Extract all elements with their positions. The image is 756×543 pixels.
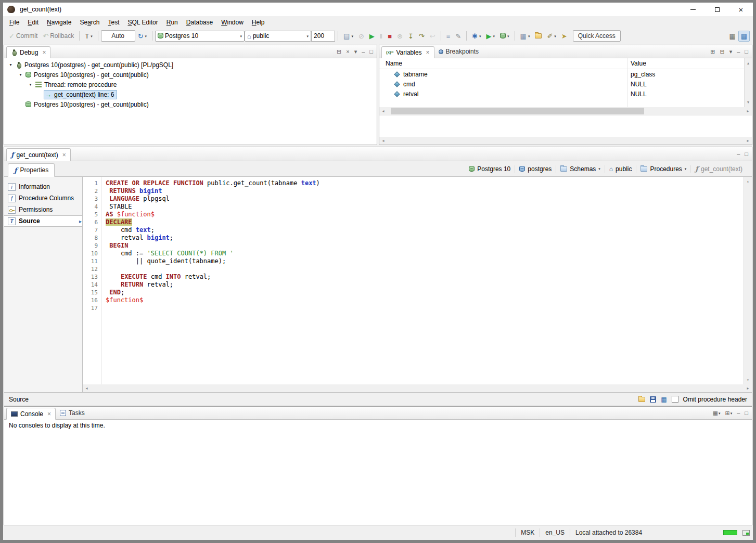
disconnect-button[interactable]: ⊗ — [394, 31, 405, 42]
scroll-down-icon[interactable]: ▾ — [744, 376, 752, 384]
scroll-left-icon[interactable]: ◂ — [379, 107, 387, 115]
menu-navigate[interactable]: Navigate — [43, 18, 75, 27]
scroll-track[interactable] — [387, 137, 744, 145]
scroll-up-icon[interactable]: ▴ — [744, 177, 752, 185]
menu-help[interactable]: Help — [248, 18, 269, 27]
minimize-button[interactable] — [681, 3, 705, 16]
debug-tree-item[interactable]: ▾Postgres 10(postgres) - get_count(publi… — [4, 70, 377, 80]
view-menu-button[interactable]: ▾ — [729, 49, 733, 55]
tab-variables[interactable]: (x)= Variables × — [381, 46, 434, 58]
variable-row[interactable]: tabnamepg_class — [379, 69, 752, 79]
new-sql-editor-button[interactable]: ▦▾ — [518, 31, 533, 42]
breadcrumb-item-postgres[interactable]: postgres — [515, 165, 556, 173]
collapse-all-button[interactable]: ⊟ — [720, 49, 724, 55]
resume-button[interactable]: ▶ — [367, 31, 377, 42]
next-marker-button[interactable]: ➤ — [559, 31, 570, 42]
tab-console[interactable]: Console × — [6, 408, 56, 420]
step-over-button[interactable]: ↷ — [416, 31, 427, 42]
remove-terminated-button[interactable]: × — [346, 49, 349, 55]
maximize-button[interactable]: □ — [745, 410, 748, 416]
sidebar-item-information[interactable]: iInformation — [4, 181, 82, 192]
close-icon[interactable]: × — [42, 49, 46, 56]
menu-file[interactable]: File — [5, 18, 23, 27]
tab-properties[interactable]: ƒ Properties — [8, 163, 55, 177]
tab-debug[interactable]: Debug × — [6, 46, 50, 58]
sidebar-item-source[interactable]: TSource▸ — [4, 215, 82, 227]
step-into-button[interactable]: ↧ — [405, 31, 416, 42]
scroll-track[interactable] — [91, 384, 744, 392]
show-execution-point-button[interactable]: ≡ — [444, 31, 453, 42]
scroll-left-icon[interactable]: ◂ — [83, 384, 91, 392]
debug-tree-item[interactable]: ▾Thread: remote procedure — [4, 80, 377, 89]
grant-permissions-button[interactable]: ▾ — [497, 31, 512, 41]
open-file-icon[interactable] — [638, 397, 645, 402]
maximize-button[interactable] — [705, 3, 729, 16]
collapse-all-button[interactable]: ⊟ — [337, 49, 341, 55]
commit-button[interactable]: ✓Commit — [6, 30, 40, 42]
column-header-value[interactable]: Value — [627, 58, 752, 69]
database-select[interactable]: Postgres 10▾ — [155, 31, 245, 42]
code-editor[interactable]: CREATE OR REPLACE FUNCTION public.get_co… — [102, 177, 744, 384]
menu-database[interactable]: Database — [182, 18, 217, 27]
scroll-right-icon[interactable]: ▸ — [744, 384, 752, 392]
column-header-name[interactable]: Name — [379, 58, 627, 69]
debug-tree-item[interactable]: ▾Postgres 10(postgres) - get_count(publi… — [4, 60, 377, 70]
close-icon[interactable]: × — [426, 49, 430, 56]
menu-sql-editor[interactable]: SQL Editor — [124, 18, 162, 27]
minimize-button[interactable]: – — [737, 410, 740, 416]
tab-editor-get-count-text[interactable]: ƒ get_count(text) × — [6, 148, 71, 161]
variable-row[interactable]: cmdNULL — [379, 79, 752, 89]
debug-perspective-button[interactable]: ▦ — [738, 31, 750, 42]
breadcrumb-item-postgres-10[interactable]: Postgres 10 — [465, 165, 515, 173]
sql-templates-button[interactable]: ✐▾ — [544, 31, 558, 42]
maximize-button[interactable]: □ — [369, 49, 373, 55]
breadcrumb-item-public[interactable]: ⌂public — [605, 165, 636, 173]
tab-breakpoints[interactable]: Breakpoints — [434, 45, 483, 58]
scroll-right-icon[interactable]: ▸ — [744, 107, 752, 115]
maximize-button[interactable]: □ — [745, 151, 748, 157]
save-icon[interactable] — [650, 396, 656, 403]
display-console-button[interactable]: ▦▾ — [713, 410, 721, 416]
menu-edit[interactable]: Edit — [23, 18, 43, 27]
expander-icon[interactable]: ▾ — [17, 72, 24, 77]
sql-console-button[interactable]: ▤▾ — [341, 31, 356, 42]
step-return-button[interactable]: ↩ — [427, 31, 438, 42]
minimize-button[interactable]: – — [362, 49, 365, 55]
debug-configurations-button[interactable]: ✱▾ — [469, 31, 483, 42]
transaction-mode-button[interactable]: T▾ — [82, 31, 95, 42]
omit-header-checkbox[interactable] — [672, 396, 678, 403]
debug-tree-item[interactable]: →get_count(text) line: 6 — [4, 89, 377, 99]
line-numbers[interactable]: 1234567891011121314151617 — [83, 177, 102, 384]
rollback-button[interactable]: ↶Rollback — [40, 30, 76, 42]
open-perspective-button[interactable]: ▦ — [726, 31, 738, 42]
scroll-up-icon[interactable]: ▴ — [745, 59, 752, 67]
pause-button[interactable]: ‖ — [377, 31, 385, 42]
close-icon[interactable]: × — [62, 152, 66, 158]
schema-select[interactable]: ⌂public▾ — [245, 31, 311, 42]
scroll-down-icon[interactable]: ▾ — [745, 98, 752, 106]
debug-tree-item[interactable]: Postgres 10(postgres) - get_count(public… — [4, 99, 377, 109]
menu-test[interactable]: Test — [104, 18, 123, 27]
breadcrumb-item-get-count-text-[interactable]: ƒget_count(text) — [690, 165, 747, 173]
breadcrumb-item-schemas[interactable]: Schemas▾ — [556, 165, 605, 173]
editor-vscrollbar[interactable]: ▴ ▾ — [744, 177, 752, 384]
editor-hscrollbar[interactable]: ◂ ▸ — [83, 384, 752, 392]
detail-hscrollbar[interactable]: ◂ ▸ — [379, 137, 752, 145]
column-divider[interactable] — [627, 58, 628, 107]
edit-settings-button[interactable]: ✎ — [453, 31, 464, 42]
scroll-left-icon[interactable]: ◂ — [379, 137, 387, 145]
scroll-thumb[interactable] — [391, 108, 644, 114]
menu-search[interactable]: Search — [75, 18, 104, 27]
readonly-toggle-button[interactable]: ⊘ — [356, 31, 367, 42]
auto-commit-button[interactable]: Auto — [101, 30, 135, 42]
maximize-button[interactable]: □ — [745, 49, 748, 55]
locale-indicator[interactable]: en_US — [540, 528, 570, 537]
sidebar-item-procedure-columns[interactable]: ƒProcedure Columns — [4, 192, 82, 204]
variable-row[interactable]: retvalNULL — [379, 89, 752, 99]
show-type-names-button[interactable]: ⊞ — [710, 49, 715, 55]
menu-run[interactable]: Run — [162, 18, 182, 27]
menu-window[interactable]: Window — [217, 18, 248, 27]
scroll-track[interactable] — [387, 107, 744, 115]
open-console-button[interactable]: ⊞▾ — [725, 410, 732, 416]
expander-icon[interactable]: ▾ — [7, 62, 14, 67]
